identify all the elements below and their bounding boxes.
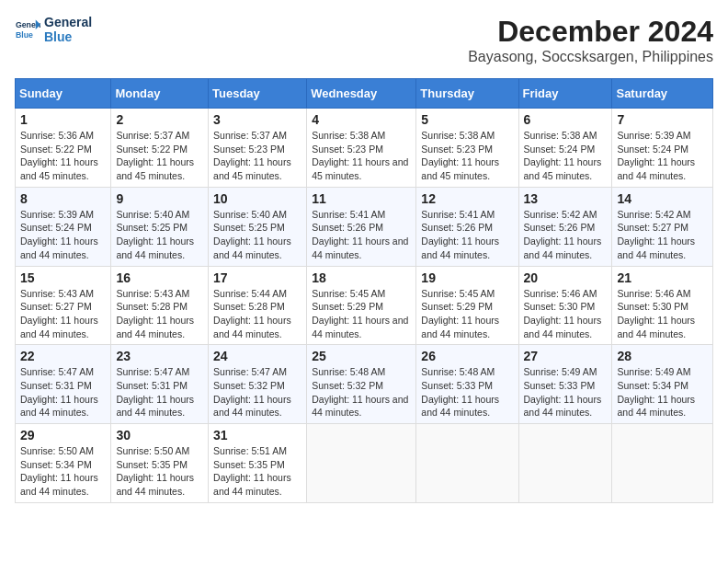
day-info: Sunrise: 5:44 AM Sunset: 5:28 PM Dayligh…: [213, 287, 301, 341]
day-number: 2: [116, 112, 203, 127]
calendar-cell: 23 Sunrise: 5:47 AM Sunset: 5:31 PM Dayl…: [111, 345, 209, 424]
title-section: December 2024 Bayasong, Soccsksargen, Ph…: [468, 15, 713, 65]
calendar-cell: 6 Sunrise: 5:38 AM Sunset: 5:24 PM Dayli…: [518, 109, 612, 188]
calendar-cell: 24 Sunrise: 5:47 AM Sunset: 5:32 PM Dayl…: [209, 345, 307, 424]
day-number: 16: [116, 270, 203, 285]
day-number: 29: [20, 428, 106, 442]
day-info: Sunrise: 5:43 AM Sunset: 5:28 PM Dayligh…: [116, 287, 203, 341]
calendar-cell: 30 Sunrise: 5:50 AM Sunset: 5:35 PM Dayl…: [111, 424, 209, 503]
day-number: 19: [421, 270, 513, 285]
day-info: Sunrise: 5:41 AM Sunset: 5:26 PM Dayligh…: [421, 208, 513, 262]
calendar-cell: 20 Sunrise: 5:46 AM Sunset: 5:30 PM Dayl…: [518, 266, 612, 345]
day-number: 1: [20, 112, 106, 127]
calendar-cell: 28 Sunrise: 5:49 AM Sunset: 5:34 PM Dayl…: [612, 345, 713, 424]
day-info: Sunrise: 5:49 AM Sunset: 5:34 PM Dayligh…: [617, 365, 708, 419]
logo-general: General: [44, 15, 92, 29]
calendar-cell: [518, 424, 612, 503]
calendar-cell: 13 Sunrise: 5:42 AM Sunset: 5:26 PM Dayl…: [518, 187, 612, 266]
calendar-cell: 26 Sunrise: 5:48 AM Sunset: 5:33 PM Dayl…: [416, 345, 518, 424]
day-number: 13: [524, 191, 608, 206]
calendar-header-thursday: Thursday: [416, 79, 518, 109]
svg-text:Blue: Blue: [16, 30, 33, 40]
day-info: Sunrise: 5:43 AM Sunset: 5:27 PM Dayligh…: [20, 287, 106, 341]
day-info: Sunrise: 5:46 AM Sunset: 5:30 PM Dayligh…: [617, 287, 708, 341]
calendar-week-row: 8 Sunrise: 5:39 AM Sunset: 5:24 PM Dayli…: [16, 187, 713, 266]
calendar-header-friday: Friday: [518, 79, 612, 109]
calendar-week-row: 29 Sunrise: 5:50 AM Sunset: 5:34 PM Dayl…: [16, 424, 713, 503]
page-subtitle: Bayasong, Soccsksargen, Philippines: [468, 49, 713, 65]
calendar-header-tuesday: Tuesday: [209, 79, 307, 109]
day-number: 25: [312, 349, 411, 363]
calendar-cell: 17 Sunrise: 5:44 AM Sunset: 5:28 PM Dayl…: [209, 266, 307, 345]
calendar-cell: [612, 424, 713, 503]
calendar-table: SundayMondayTuesdayWednesdayThursdayFrid…: [15, 78, 713, 503]
day-info: Sunrise: 5:37 AM Sunset: 5:22 PM Dayligh…: [116, 129, 203, 183]
calendar-header-saturday: Saturday: [612, 79, 713, 109]
day-info: Sunrise: 5:42 AM Sunset: 5:26 PM Dayligh…: [524, 208, 608, 262]
calendar-cell: 19 Sunrise: 5:45 AM Sunset: 5:29 PM Dayl…: [416, 266, 518, 345]
day-info: Sunrise: 5:50 AM Sunset: 5:35 PM Dayligh…: [116, 444, 203, 499]
calendar-cell: 31 Sunrise: 5:51 AM Sunset: 5:35 PM Dayl…: [209, 424, 307, 503]
day-number: 28: [617, 349, 708, 363]
calendar-cell: 22 Sunrise: 5:47 AM Sunset: 5:31 PM Dayl…: [16, 345, 111, 424]
calendar-cell: 21 Sunrise: 5:46 AM Sunset: 5:30 PM Dayl…: [612, 266, 713, 345]
calendar-cell: 29 Sunrise: 5:50 AM Sunset: 5:34 PM Dayl…: [16, 424, 111, 503]
day-info: Sunrise: 5:41 AM Sunset: 5:26 PM Dayligh…: [312, 208, 411, 262]
day-info: Sunrise: 5:48 AM Sunset: 5:33 PM Dayligh…: [421, 365, 513, 419]
day-number: 24: [213, 349, 301, 363]
day-info: Sunrise: 5:37 AM Sunset: 5:23 PM Dayligh…: [213, 129, 301, 183]
day-number: 26: [421, 349, 513, 363]
day-info: Sunrise: 5:39 AM Sunset: 5:24 PM Dayligh…: [617, 129, 708, 183]
day-info: Sunrise: 5:39 AM Sunset: 5:24 PM Dayligh…: [20, 208, 106, 262]
calendar-header-sunday: Sunday: [16, 79, 111, 109]
day-number: 14: [617, 191, 708, 206]
day-info: Sunrise: 5:45 AM Sunset: 5:29 PM Dayligh…: [312, 287, 411, 341]
calendar-week-row: 15 Sunrise: 5:43 AM Sunset: 5:27 PM Dayl…: [16, 266, 713, 345]
calendar-cell: [307, 424, 416, 503]
calendar-cell: 4 Sunrise: 5:38 AM Sunset: 5:23 PM Dayli…: [307, 109, 416, 188]
day-info: Sunrise: 5:51 AM Sunset: 5:35 PM Dayligh…: [213, 444, 301, 499]
day-number: 31: [213, 428, 301, 442]
calendar-cell: 27 Sunrise: 5:49 AM Sunset: 5:33 PM Dayl…: [518, 345, 612, 424]
calendar-cell: 7 Sunrise: 5:39 AM Sunset: 5:24 PM Dayli…: [612, 109, 713, 188]
calendar-cell: 15 Sunrise: 5:43 AM Sunset: 5:27 PM Dayl…: [16, 266, 111, 345]
day-info: Sunrise: 5:40 AM Sunset: 5:25 PM Dayligh…: [213, 208, 301, 262]
calendar-cell: 2 Sunrise: 5:37 AM Sunset: 5:22 PM Dayli…: [111, 109, 209, 188]
day-number: 3: [213, 112, 301, 127]
calendar-cell: 12 Sunrise: 5:41 AM Sunset: 5:26 PM Dayl…: [416, 187, 518, 266]
calendar-cell: 14 Sunrise: 5:42 AM Sunset: 5:27 PM Dayl…: [612, 187, 713, 266]
day-number: 7: [617, 112, 708, 127]
day-info: Sunrise: 5:42 AM Sunset: 5:27 PM Dayligh…: [617, 208, 708, 262]
day-number: 5: [421, 112, 513, 127]
day-number: 30: [116, 428, 203, 442]
calendar-cell: [416, 424, 518, 503]
day-number: 15: [20, 270, 106, 285]
day-info: Sunrise: 5:40 AM Sunset: 5:25 PM Dayligh…: [116, 208, 203, 262]
page-title: December 2024: [468, 15, 713, 49]
calendar-header-row: SundayMondayTuesdayWednesdayThursdayFrid…: [16, 79, 713, 109]
day-info: Sunrise: 5:47 AM Sunset: 5:32 PM Dayligh…: [213, 365, 301, 419]
day-number: 22: [20, 349, 106, 363]
day-number: 18: [312, 270, 411, 285]
day-number: 6: [524, 112, 608, 127]
calendar-header-monday: Monday: [111, 79, 209, 109]
calendar-cell: 9 Sunrise: 5:40 AM Sunset: 5:25 PM Dayli…: [111, 187, 209, 266]
day-number: 10: [213, 191, 301, 206]
day-info: Sunrise: 5:38 AM Sunset: 5:23 PM Dayligh…: [312, 129, 411, 183]
day-number: 21: [617, 270, 708, 285]
day-number: 20: [524, 270, 608, 285]
day-info: Sunrise: 5:38 AM Sunset: 5:23 PM Dayligh…: [421, 129, 513, 183]
calendar-cell: 11 Sunrise: 5:41 AM Sunset: 5:26 PM Dayl…: [307, 187, 416, 266]
day-number: 4: [312, 112, 411, 127]
logo-icon: General Blue: [15, 17, 40, 42]
day-info: Sunrise: 5:45 AM Sunset: 5:29 PM Dayligh…: [421, 287, 513, 341]
day-info: Sunrise: 5:48 AM Sunset: 5:32 PM Dayligh…: [312, 365, 411, 419]
calendar-week-row: 22 Sunrise: 5:47 AM Sunset: 5:31 PM Dayl…: [16, 345, 713, 424]
calendar-cell: 16 Sunrise: 5:43 AM Sunset: 5:28 PM Dayl…: [111, 266, 209, 345]
calendar-cell: 18 Sunrise: 5:45 AM Sunset: 5:29 PM Dayl…: [307, 266, 416, 345]
day-info: Sunrise: 5:50 AM Sunset: 5:34 PM Dayligh…: [20, 444, 106, 499]
calendar-cell: 8 Sunrise: 5:39 AM Sunset: 5:24 PM Dayli…: [16, 187, 111, 266]
calendar-cell: 5 Sunrise: 5:38 AM Sunset: 5:23 PM Dayli…: [416, 109, 518, 188]
calendar-cell: 25 Sunrise: 5:48 AM Sunset: 5:32 PM Dayl…: [307, 345, 416, 424]
logo: General Blue General Blue: [15, 15, 92, 44]
